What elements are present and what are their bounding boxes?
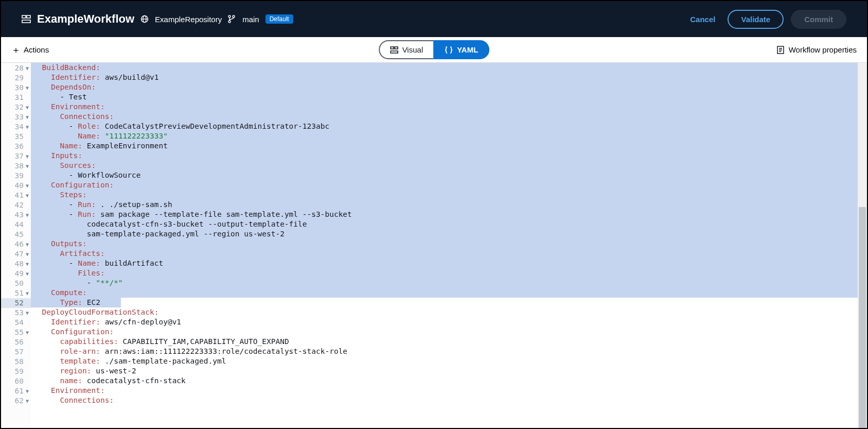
gutter-line: 56 (1, 337, 31, 347)
yaml-tab[interactable]: YAML (433, 40, 489, 59)
gutter-line: 36 (1, 142, 31, 151)
validate-button[interactable]: Validate (728, 10, 784, 29)
code-line[interactable]: Type: EC2 (31, 298, 867, 307)
view-toggle: Visual YAML (379, 40, 490, 59)
code-line[interactable]: Environment: (31, 102, 867, 112)
fold-marker-icon[interactable]: ▼ (25, 249, 29, 259)
fold-marker-icon[interactable]: ▼ (25, 288, 29, 298)
fold-marker-icon[interactable]: ▼ (25, 102, 29, 112)
fold-marker-icon[interactable]: ▼ (25, 122, 29, 132)
code-line[interactable]: - "**/*" (31, 278, 867, 288)
svg-rect-2 (22, 20, 30, 23)
branch-icon (228, 15, 236, 23)
fold-marker-icon[interactable]: ▼ (25, 63, 29, 73)
fold-marker-icon[interactable]: ▼ (25, 328, 29, 337)
code-line[interactable]: region: us-west-2 (31, 366, 867, 376)
code-line[interactable]: DependsOn: (31, 82, 867, 92)
fold-marker-icon[interactable]: ▼ (25, 112, 29, 122)
code-line[interactable]: capabilities: CAPABILITY_IAM,CAPABILITY_… (31, 337, 867, 347)
cancel-button[interactable]: Cancel (685, 12, 720, 27)
fold-marker-icon[interactable]: ▼ (25, 308, 29, 318)
gutter-line: 52 (1, 298, 31, 308)
visual-tab[interactable]: Visual (379, 40, 434, 59)
fold-marker-icon[interactable]: ▼ (25, 269, 29, 279)
code-line[interactable]: Files: (31, 268, 867, 278)
code-line[interactable]: Identifier: aws/build@v1 (31, 73, 867, 82)
code-line[interactable]: Inputs: (31, 151, 867, 161)
gutter-line: 60 (1, 376, 31, 386)
code-line[interactable]: Steps: (31, 190, 867, 200)
code-line[interactable]: Name: "111122223333" (31, 131, 867, 141)
code-line[interactable]: Name: ExampleEnvironment (31, 141, 867, 151)
code-line[interactable]: name: codecatalyst-cfn-stack (31, 376, 867, 386)
app-window: ExampleWorkflow ExampleRepository main D… (0, 0, 868, 429)
code-line[interactable]: - Role: CodeCatalystPreviewDevelopmentAd… (31, 122, 867, 131)
code-editor[interactable]: 28▼2930▼3132▼33▼34▼353637▼38▼3940▼41▼424… (1, 63, 867, 428)
fold-marker-icon[interactable]: ▼ (25, 161, 29, 171)
code-line[interactable]: BuildBackend: (31, 63, 867, 73)
fold-marker-icon[interactable]: ▼ (25, 239, 29, 249)
fold-marker-icon[interactable]: ▼ (25, 396, 29, 406)
fold-marker-icon[interactable]: ▼ (25, 259, 29, 269)
code-line[interactable]: - Test (31, 92, 867, 102)
gutter-line: 39 (1, 171, 31, 181)
fold-marker-icon[interactable]: ▼ (25, 210, 29, 220)
code-line[interactable]: DeployCloudFormationStack: (31, 307, 867, 317)
code-line[interactable]: role-arn: arn:aws:iam::111122223333:role… (31, 347, 867, 356)
commit-button: Commit (791, 10, 846, 29)
workflow-title: ExampleWorkflow (37, 12, 134, 26)
code-line[interactable]: - Run: . ./setup-sam.sh (31, 200, 867, 210)
workflow-icon (22, 14, 31, 24)
gutter-line: 51▼ (1, 288, 31, 298)
fold-marker-icon[interactable]: ▼ (25, 181, 29, 191)
toolbar: ＋ Actions Visual YAML Workflow propertie… (1, 37, 867, 63)
fold-marker-icon[interactable]: ▼ (25, 83, 29, 93)
gutter-line: 53▼ (1, 308, 31, 318)
gutter-line: 50 (1, 279, 31, 288)
code-line[interactable]: Connections: (31, 112, 867, 122)
properties-icon (776, 46, 785, 54)
gutter-line: 32▼ (1, 102, 31, 112)
gutter-line: 61▼ (1, 386, 31, 396)
code-line[interactable]: - Name: buildArtifact (31, 259, 867, 268)
svg-point-6 (233, 15, 235, 18)
code-line[interactable]: sam-template-packaged.yml --region us-we… (31, 229, 867, 239)
actions-label: Actions (24, 45, 49, 54)
code-line[interactable]: - Run: sam package --template-file sam-t… (31, 210, 867, 219)
scroll-thumb[interactable] (859, 207, 866, 428)
code-line[interactable]: - WorkflowSource (31, 170, 867, 180)
fold-marker-icon[interactable]: ▼ (25, 386, 29, 396)
gutter-line: 35 (1, 132, 31, 142)
gutter-line: 41▼ (1, 191, 31, 200)
fold-marker-icon[interactable]: ▼ (25, 151, 29, 161)
actions-button[interactable]: ＋ Actions (11, 44, 49, 56)
code-line[interactable]: Sources: (31, 161, 867, 170)
gutter-line: 29 (1, 73, 31, 83)
editor-code-area[interactable]: BuildBackend: Identifier: aws/build@v1 D… (31, 63, 867, 428)
code-line[interactable]: codecatalyst-cfn-s3-bucket --output-temp… (31, 219, 867, 229)
code-line[interactable]: template: ./sam-template-packaged.yml (31, 356, 867, 366)
svg-rect-0 (22, 15, 26, 18)
code-line[interactable]: Configuration: (31, 180, 867, 190)
gutter-line: 47▼ (1, 249, 31, 259)
code-line[interactable]: Connections: (31, 396, 867, 405)
code-line[interactable]: Compute: (31, 288, 867, 298)
workflow-properties-button[interactable]: Workflow properties (776, 45, 857, 54)
svg-point-7 (228, 21, 231, 23)
gutter-line: 33▼ (1, 112, 31, 122)
visual-label: Visual (402, 45, 423, 54)
code-line[interactable]: Artifacts: (31, 249, 867, 259)
gutter-line: 45 (1, 230, 31, 239)
gutter-line: 58 (1, 357, 31, 367)
fold-marker-icon[interactable]: ▼ (25, 191, 29, 200)
scrollbar-vertical[interactable] (858, 63, 867, 428)
header-bar: ExampleWorkflow ExampleRepository main D… (1, 1, 867, 37)
gutter-line: 44 (1, 220, 31, 230)
svg-rect-8 (391, 47, 394, 49)
code-line[interactable]: Outputs: (31, 239, 867, 249)
code-line[interactable]: Environment: (31, 386, 867, 396)
code-line[interactable]: Configuration: (31, 327, 867, 337)
header-right: Cancel Validate Commit (685, 10, 846, 29)
code-line[interactable]: Identifier: aws/cfn-deploy@v1 (31, 317, 867, 327)
gutter-line: 54 (1, 318, 31, 328)
